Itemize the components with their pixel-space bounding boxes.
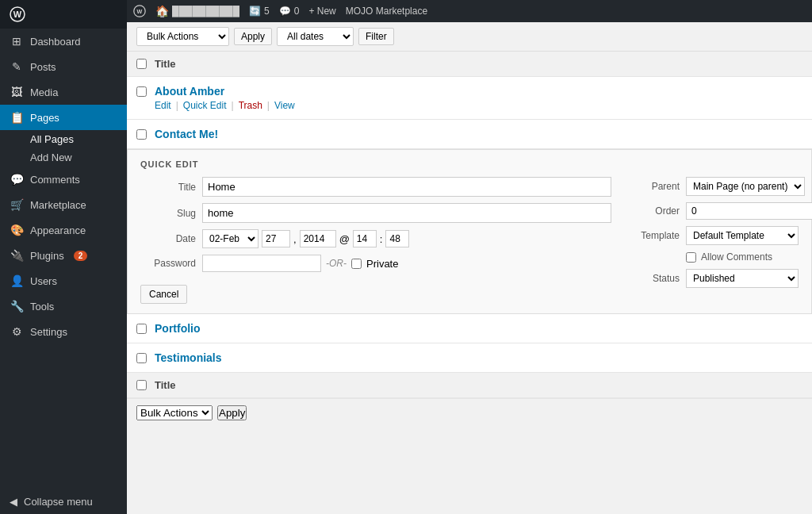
row-checkbox[interactable]	[136, 324, 147, 334]
apply-button[interactable]: Apply	[234, 28, 272, 45]
svg-text:W: W	[13, 10, 22, 19]
quick-edit-body: Title Slug Date 01-Jan02-Feb03-Mar04-Apr…	[140, 177, 799, 304]
order-row: Order	[624, 202, 799, 220]
new-button[interactable]: + New	[308, 6, 335, 17]
date-inputs: 01-Jan02-Feb03-Mar04-Apr05-May06-Jun07-J…	[202, 229, 409, 248]
wp-admin-icon[interactable]: W	[133, 5, 146, 17]
allow-comments-row: Allow Comments	[686, 251, 799, 263]
page-title-link[interactable]: About Amber	[155, 85, 295, 98]
table-row: Contact Me!	[127, 120, 812, 149]
bottom-title-column-header: Title	[155, 379, 176, 391]
bottom-toolbar: Bulk Actions Apply	[127, 398, 812, 427]
column-header: Title	[127, 52, 812, 77]
sidebar-item-comments[interactable]: 💬 Comments	[0, 167, 127, 192]
sidebar-item-dashboard[interactable]: ⊞ Dashboard	[0, 29, 127, 54]
bottom-bulk-actions-select[interactable]: Bulk Actions	[136, 405, 213, 420]
all-dates-select[interactable]: All dates	[277, 27, 354, 46]
sidebar-item-users[interactable]: 👤 Users	[0, 268, 127, 293]
plugins-icon: 🔌	[10, 249, 24, 262]
bottom-select-all-checkbox[interactable]	[136, 380, 147, 390]
table-row: About Amber Edit | Quick Edit | Trash | …	[127, 77, 812, 120]
template-row: Template Default Template	[624, 226, 799, 245]
sidebar-item-media[interactable]: 🖼 Media	[0, 79, 127, 105]
quick-edit-link[interactable]: Quick Edit	[183, 100, 227, 111]
year-input[interactable]	[300, 230, 336, 247]
month-select[interactable]: 01-Jan02-Feb03-Mar04-Apr05-May06-Jun07-J…	[202, 229, 259, 248]
page-content: Portfolio	[155, 322, 201, 335]
bottom-apply-button[interactable]: Apply	[217, 405, 247, 420]
allow-comments-checkbox[interactable]	[686, 252, 696, 263]
sidebar-item-label: Comments	[30, 174, 80, 186]
page-title-link[interactable]: Contact Me!	[155, 128, 218, 140]
comments-icon: 💬	[10, 173, 24, 186]
svg-text:W: W	[137, 8, 143, 15]
sidebar-sub-all-pages[interactable]: All Pages	[0, 130, 127, 148]
pages-icon: 📋	[10, 111, 24, 124]
title-label: Title	[140, 182, 196, 193]
cancel-button[interactable]: Cancel	[140, 285, 187, 304]
password-input[interactable]	[202, 255, 321, 272]
sidebar-item-label: Plugins	[30, 250, 64, 262]
page-title-link[interactable]: Testimonials	[155, 351, 222, 364]
view-link[interactable]: View	[274, 100, 295, 111]
sidebar-item-label: Posts	[30, 61, 56, 73]
parent-select[interactable]: Main Page (no parent)	[686, 177, 805, 196]
sidebar-item-plugins[interactable]: 🔌 Plugins 2	[0, 243, 127, 268]
users-icon: 👤	[10, 274, 24, 287]
private-label: Private	[366, 258, 398, 270]
parent-row: Parent Main Page (no parent)	[624, 177, 799, 196]
page-title-link[interactable]: Portfolio	[155, 322, 201, 335]
page-content: About Amber Edit | Quick Edit | Trash | …	[155, 85, 295, 111]
sidebar-sub-add-new[interactable]: Add New	[0, 148, 127, 167]
row-checkbox[interactable]	[136, 129, 147, 140]
marketplace-icon: 🛒	[10, 198, 24, 211]
site-link[interactable]: 🏠 ██████████	[155, 5, 239, 17]
plugins-badge: 2	[74, 251, 88, 261]
posts-icon: ✎	[10, 60, 24, 73]
sidebar-item-label: Dashboard	[30, 36, 81, 48]
updates-count[interactable]: 🔄 5	[249, 6, 270, 17]
private-checkbox[interactable]	[351, 259, 362, 269]
sidebar-item-label: Users	[30, 275, 57, 287]
slug-input[interactable]	[202, 203, 611, 223]
sidebar-item-label: Marketplace	[30, 199, 86, 211]
hour-input[interactable]	[353, 230, 377, 247]
quick-edit-left: Title Slug Date 01-Jan02-Feb03-Mar04-Apr…	[140, 177, 611, 304]
settings-icon: ⚙	[10, 325, 24, 338]
table-row: Testimonials	[127, 343, 812, 373]
sidebar-item-label: Appearance	[30, 224, 86, 236]
filter-button[interactable]: Filter	[358, 28, 394, 45]
or-text: -OR-	[326, 258, 347, 269]
cancel-button-container: Cancel	[140, 278, 611, 304]
dashboard-icon: ⊞	[10, 35, 24, 48]
row-checkbox[interactable]	[136, 86, 147, 97]
comments-count[interactable]: 💬 0	[279, 6, 300, 17]
collapse-menu-button[interactable]: ◀ Collapse menu	[0, 489, 127, 514]
minute-input[interactable]	[385, 230, 409, 247]
media-icon: 🖼	[10, 86, 24, 98]
password-inputs: -OR- Private	[202, 255, 398, 272]
collapse-menu-icon: ◀	[10, 496, 17, 508]
title-input[interactable]	[202, 177, 611, 197]
sidebar-item-tools[interactable]: 🔧 Tools	[0, 293, 127, 319]
sidebar-item-pages[interactable]: 📋 Pages	[0, 105, 127, 130]
marketplace-link[interactable]: MOJO Marketplace	[346, 6, 427, 17]
sidebar-item-appearance[interactable]: 🎨 Appearance	[0, 217, 127, 243]
edit-link[interactable]: Edit	[155, 100, 171, 111]
row-checkbox[interactable]	[136, 353, 147, 363]
bottom-column-header: Title	[127, 373, 812, 398]
sidebar-item-posts[interactable]: ✎ Posts	[0, 54, 127, 79]
page-row-actions: Edit | Quick Edit | Trash | View	[155, 100, 295, 111]
sidebar-item-marketplace[interactable]: 🛒 Marketplace	[0, 192, 127, 217]
bulk-actions-select[interactable]: Bulk Actions	[136, 27, 229, 46]
order-input[interactable]	[686, 202, 812, 220]
sidebar-item-settings[interactable]: ⚙ Settings	[0, 319, 127, 344]
day-input[interactable]	[262, 230, 290, 247]
sidebar-item-label: Media	[30, 86, 58, 98]
parent-label: Parent	[624, 181, 680, 192]
wp-logo[interactable]: W	[0, 0, 127, 29]
trash-link[interactable]: Trash	[239, 100, 262, 111]
select-all-checkbox[interactable]	[136, 59, 147, 69]
status-select[interactable]: PublishedDraftPending ReviewPrivate	[686, 269, 799, 288]
template-select[interactable]: Default Template	[686, 226, 799, 245]
